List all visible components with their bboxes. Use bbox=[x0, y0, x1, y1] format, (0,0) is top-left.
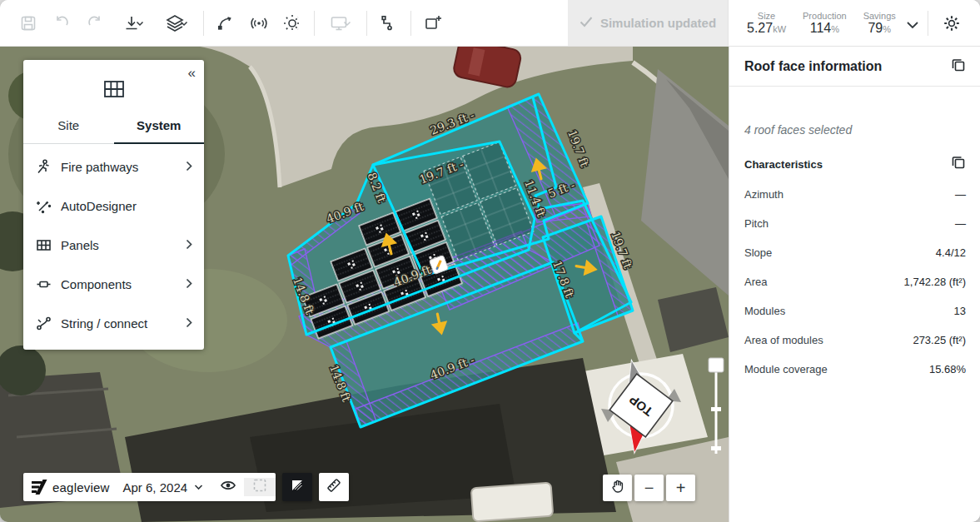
zoom-in-button[interactable]: + bbox=[666, 475, 695, 501]
toolbar-divider bbox=[203, 11, 204, 36]
imagery-bar: eagleview Apr 6, 2024 bbox=[23, 473, 349, 501]
zoom-out-button[interactable]: − bbox=[634, 475, 664, 501]
stat-savings: Savings 79% bbox=[863, 11, 896, 36]
row-slope: Slope4.4/12 bbox=[744, 238, 966, 267]
menu-item-components[interactable]: Components bbox=[23, 265, 204, 304]
eagleview-logo: eagleview bbox=[23, 480, 117, 495]
tab-site[interactable]: Site bbox=[23, 110, 114, 143]
visibility-toggle-button[interactable] bbox=[212, 479, 244, 495]
row-value: 13 bbox=[954, 305, 966, 317]
marquee-select-button[interactable] bbox=[244, 478, 276, 496]
copy-icon bbox=[951, 57, 966, 76]
shading-overlay-button[interactable] bbox=[282, 473, 312, 501]
map-canvas[interactable]: 29.3 ft - 19.7 ft 8.2 ft 19.7 ft - 40.9 … bbox=[0, 46, 729, 522]
sun-shading-button[interactable] bbox=[276, 7, 309, 40]
analysis-group bbox=[209, 0, 309, 46]
settings-button[interactable] bbox=[935, 7, 968, 40]
measure-tool-button[interactable] bbox=[319, 473, 349, 501]
imagery-source-card: eagleview Apr 6, 2024 bbox=[23, 473, 276, 501]
menu-item-panels[interactable]: Panels bbox=[23, 226, 204, 265]
row-label: Area of modules bbox=[744, 334, 823, 346]
menu-item-label: Fire pathways bbox=[61, 160, 186, 174]
undo-button[interactable] bbox=[45, 7, 78, 40]
string-path-icon bbox=[380, 14, 398, 32]
roof-face-info-sidebar: Roof face information 4 roof faces selec… bbox=[729, 46, 980, 522]
row-label: Slope bbox=[744, 246, 772, 259]
copy-icon bbox=[951, 155, 966, 173]
shading-icon bbox=[290, 478, 305, 496]
stat-production-label: Production bbox=[803, 11, 847, 21]
view-group bbox=[320, 0, 361, 46]
menu-item-string-connect[interactable]: String / connect bbox=[23, 304, 204, 343]
menu-item-autodesigner[interactable]: AutoDesigner bbox=[23, 186, 204, 226]
hand-icon bbox=[610, 479, 625, 498]
redo-icon bbox=[86, 14, 104, 32]
row-area: Area1,742.28 (ft²) bbox=[744, 267, 966, 296]
autodesigner-wand-icon bbox=[35, 198, 52, 215]
row-value: 1,742.28 (ft²) bbox=[904, 276, 966, 288]
toolbar-divider bbox=[928, 11, 928, 36]
ruler-icon bbox=[326, 477, 342, 497]
system-stats-bar: Size 5.27kW Production 114% Savings 79% bbox=[728, 0, 980, 46]
zoom-controls: − + bbox=[603, 475, 695, 501]
menu-item-label: AutoDesigner bbox=[61, 199, 192, 213]
characteristics-section-header: Characteristics bbox=[729, 137, 980, 175]
characteristics-rows: Azimuth— Pitch— Slope4.4/12 Area1,742.28… bbox=[729, 175, 980, 384]
imagery-date-dropdown-chevron[interactable] bbox=[194, 484, 203, 490]
row-module-coverage: Module coverage15.68% bbox=[744, 355, 966, 384]
row-value: 273.25 (ft²) bbox=[913, 334, 966, 346]
stat-production: Production 114% bbox=[803, 11, 847, 36]
menu-item-fire-pathways[interactable]: Fire pathways bbox=[23, 147, 204, 186]
collapse-panel-button[interactable]: « bbox=[188, 65, 196, 82]
arc-tool-icon bbox=[216, 14, 235, 32]
irradiance-signal-button[interactable] bbox=[242, 7, 276, 40]
components-icon bbox=[35, 276, 52, 293]
stat-size-unit: kW bbox=[773, 24, 786, 34]
add-shape-icon bbox=[423, 13, 443, 33]
sun-icon bbox=[282, 13, 302, 33]
stat-savings-unit: % bbox=[883, 24, 891, 34]
monitor-view-button[interactable] bbox=[320, 7, 361, 40]
row-modules: Modules13 bbox=[744, 296, 966, 326]
save-button[interactable] bbox=[12, 7, 45, 40]
undo-icon bbox=[52, 14, 71, 32]
menu-item-label: String / connect bbox=[61, 316, 186, 331]
row-value: — bbox=[955, 188, 966, 201]
layers-button[interactable] bbox=[155, 7, 198, 40]
download-button[interactable] bbox=[112, 7, 155, 40]
pan-tool-button[interactable] bbox=[603, 475, 632, 501]
row-pitch: Pitch— bbox=[744, 209, 966, 238]
fire-pathways-icon bbox=[35, 159, 52, 176]
tab-system[interactable]: System bbox=[114, 110, 205, 144]
string-path-button[interactable] bbox=[372, 7, 405, 40]
arc-tool-button[interactable] bbox=[209, 7, 242, 40]
characteristics-title: Characteristics bbox=[744, 158, 823, 171]
chevron-right-icon bbox=[186, 277, 192, 291]
panels-grid-icon bbox=[35, 237, 52, 254]
copy-characteristics-button[interactable] bbox=[951, 155, 966, 173]
row-label: Module coverage bbox=[744, 363, 828, 375]
chevron-down-icon bbox=[343, 20, 351, 27]
stat-size-label: Size bbox=[758, 11, 775, 21]
gear-icon bbox=[942, 13, 962, 33]
stat-production-value: 114 bbox=[810, 21, 832, 35]
solar-design-app: Simulation updated Size 5.27kW Productio… bbox=[0, 0, 980, 522]
design-tools-panel: « Site System Fire pathways AutoDesigner bbox=[23, 60, 204, 350]
check-icon bbox=[580, 16, 593, 30]
system-menu: Fire pathways AutoDesigner Panels Compon… bbox=[23, 144, 204, 345]
add-shape-button[interactable] bbox=[416, 7, 450, 40]
imagery-date-label[interactable]: Apr 6, 2024 bbox=[123, 480, 188, 495]
panel-tabs: Site System bbox=[23, 110, 204, 144]
row-azimuth: Azimuth— bbox=[744, 180, 966, 209]
stat-savings-value: 79 bbox=[868, 21, 883, 35]
stats-expand-chevron[interactable] bbox=[906, 17, 919, 32]
zoom-slider-handle[interactable] bbox=[709, 358, 724, 372]
row-label: Azimuth bbox=[744, 188, 784, 201]
simulation-status: Simulation updated bbox=[568, 0, 728, 46]
stat-size: Size 5.27kW bbox=[747, 11, 786, 36]
copy-roof-info-button[interactable] bbox=[951, 57, 966, 76]
top-toolbar: Simulation updated Size 5.27kW Productio… bbox=[0, 0, 980, 47]
row-label: Modules bbox=[744, 305, 785, 317]
redo-button[interactable] bbox=[78, 7, 112, 40]
simulation-status-label: Simulation updated bbox=[600, 16, 716, 30]
